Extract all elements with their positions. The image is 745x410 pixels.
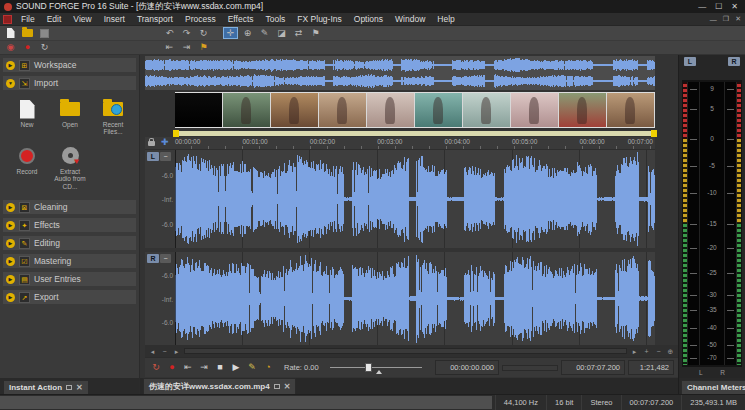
menu-options[interactable]: Options [348, 13, 389, 25]
menu-tools[interactable]: Tools [260, 13, 292, 25]
record-options-button[interactable]: ◉ [3, 42, 18, 54]
magnify-tool-button[interactable]: ⊕ [240, 27, 255, 39]
loop-region[interactable] [175, 131, 655, 136]
stop-button[interactable]: ■ [213, 361, 227, 375]
loop-start-handle[interactable] [173, 130, 179, 137]
import-action-open[interactable]: Open [51, 96, 89, 138]
horizontal-scrollbar[interactable]: ◂−▸ ▸+−⊕ [145, 345, 678, 357]
menu-fx-plug-ins[interactable]: FX Plug-Ins [291, 13, 347, 25]
move-icon[interactable]: ✚ [161, 138, 169, 147]
sidebar-item-user-entries[interactable]: ▶▤User Entries [3, 272, 136, 286]
float-icon[interactable] [274, 384, 280, 389]
scrub-button[interactable]: ◔ [261, 361, 275, 375]
redo-button[interactable]: ↷ [179, 27, 194, 39]
expand-icon[interactable]: ▶ [6, 275, 15, 284]
sidebar-item-import[interactable]: ▼⇲Import [3, 76, 136, 90]
close-button[interactable]: ✕ [731, 3, 738, 11]
waveform-L[interactable] [175, 150, 655, 248]
overview-waveform[interactable] [145, 56, 655, 90]
scrollbar-track[interactable] [184, 348, 627, 354]
waveform-R[interactable] [175, 252, 655, 345]
channel-button-R[interactable]: R [147, 254, 159, 263]
go-to-end-button[interactable]: ⇥ [197, 361, 211, 375]
channel-button-L[interactable]: L [147, 152, 159, 161]
go-to-end-button[interactable]: ⇥ [179, 42, 194, 54]
expand-icon[interactable]: ▶ [6, 257, 15, 266]
menu-edit[interactable]: Edit [41, 13, 68, 25]
record-icon: ● [169, 363, 174, 372]
play-as-sample-button[interactable]: ✎ [245, 361, 259, 375]
mdi-minimize-button[interactable]: — [710, 16, 717, 23]
save-file-button[interactable] [37, 27, 52, 39]
record-button[interactable]: ● [20, 42, 35, 54]
float-icon[interactable] [66, 385, 72, 390]
tab-channel-meters[interactable]: Channel Meters [681, 380, 745, 394]
pan-center-icon[interactable]: − [160, 348, 169, 355]
lock-icon[interactable] [148, 141, 155, 146]
pan-left-icon[interactable]: ◂ [148, 348, 157, 355]
insert-marker-button[interactable]: ⚑ [196, 42, 211, 54]
loop-playback-button[interactable]: ↻ [149, 361, 163, 375]
channel-minimize-button[interactable]: − [160, 254, 171, 263]
sidebar-item-workspace[interactable]: ▶⊞Workspace [3, 58, 136, 72]
pan-right-icon[interactable]: ▸ [172, 348, 181, 355]
menu-file[interactable]: File [15, 13, 41, 25]
menu-transport[interactable]: Transport [131, 13, 179, 25]
loop-end-handle[interactable] [651, 130, 657, 137]
close-icon[interactable]: ✕ [76, 384, 83, 392]
channel-minimize-button[interactable]: − [160, 152, 171, 161]
go-to-start-button[interactable]: ⇤ [181, 361, 195, 375]
rate-slider[interactable] [330, 367, 422, 368]
menu-effects[interactable]: Effects [222, 13, 260, 25]
tab-document[interactable]: 伤速的安详www.ssdax.com.mp4 ✕ [143, 378, 296, 394]
meter-left-button[interactable]: L [684, 57, 696, 66]
edit-tool-button[interactable]: ✛ [223, 27, 238, 39]
rate-slider-handle[interactable] [365, 363, 372, 372]
smart-tool-button[interactable]: ⚑ [308, 27, 323, 39]
repeat-button[interactable]: ↻ [196, 27, 211, 39]
collapse-icon[interactable]: ▼ [6, 79, 15, 88]
expand-icon[interactable]: ▶ [6, 293, 15, 302]
time-ruler[interactable]: ✚ 00:00:0000:01:0000:02:0000:03:0000:04:… [145, 137, 655, 150]
expand-icon[interactable]: ▶ [6, 203, 15, 212]
minimize-button[interactable]: — [698, 3, 706, 11]
menu-insert[interactable]: Insert [98, 13, 131, 25]
sidebar-item-effects[interactable]: ▶✦Effects [3, 218, 136, 232]
record-button[interactable]: ● [165, 361, 179, 375]
resample-button[interactable]: ↻ [37, 42, 52, 54]
menu-window[interactable]: Window [389, 13, 431, 25]
sidebar-item-editing[interactable]: ▶✎Editing [3, 236, 136, 250]
sidebar-item-cleaning[interactable]: ▶⊠Cleaning [3, 200, 136, 214]
meter-right-button[interactable]: R [728, 57, 740, 66]
menu-view[interactable]: View [67, 13, 97, 25]
undo-button[interactable]: ↶ [162, 27, 177, 39]
import-action-new[interactable]: New [8, 96, 46, 138]
sidebar-item-export[interactable]: ▶↗Export [3, 290, 136, 304]
open-file-button[interactable] [20, 27, 35, 39]
mdi-close-button[interactable]: ✕ [735, 15, 741, 23]
expand-icon[interactable]: ▶ [6, 221, 15, 230]
play-button[interactable]: ▶ [229, 361, 243, 375]
menu-process[interactable]: Process [179, 13, 222, 25]
import-action-extract-cd[interactable]: Extract Audio from CD... [51, 143, 89, 192]
event-tool-button[interactable]: ⇄ [291, 27, 306, 39]
new-file-button[interactable] [3, 27, 18, 39]
sidebar-item-mastering[interactable]: ▶☑Mastering [3, 254, 136, 268]
zoom-out-time-icon[interactable]: − [654, 348, 663, 355]
envelope-tool-button[interactable]: ◪ [274, 27, 289, 39]
play-cursor-icon[interactable]: ▸ [630, 348, 639, 355]
maximize-button[interactable]: ☐ [715, 3, 722, 11]
expand-icon[interactable]: ▶ [6, 239, 15, 248]
import-action-recent-files[interactable]: Recent Files... [94, 96, 132, 138]
import-action-record[interactable]: Record [8, 143, 46, 192]
go-to-start-button[interactable]: ⇤ [162, 42, 177, 54]
expand-icon[interactable]: ▶ [6, 61, 15, 70]
mdi-restore-button[interactable]: ❐ [723, 15, 729, 23]
menu-help[interactable]: Help [431, 13, 460, 25]
tab-instant-action[interactable]: Instant Action ✕ [3, 380, 89, 394]
zoom-tool-icon[interactable]: ⊕ [666, 348, 675, 355]
zoom-in-time-icon[interactable]: + [642, 348, 651, 355]
pencil-tool-button[interactable]: ✎ [257, 27, 272, 39]
loop-region-bar[interactable] [145, 130, 655, 137]
close-icon[interactable]: ✕ [284, 383, 291, 391]
